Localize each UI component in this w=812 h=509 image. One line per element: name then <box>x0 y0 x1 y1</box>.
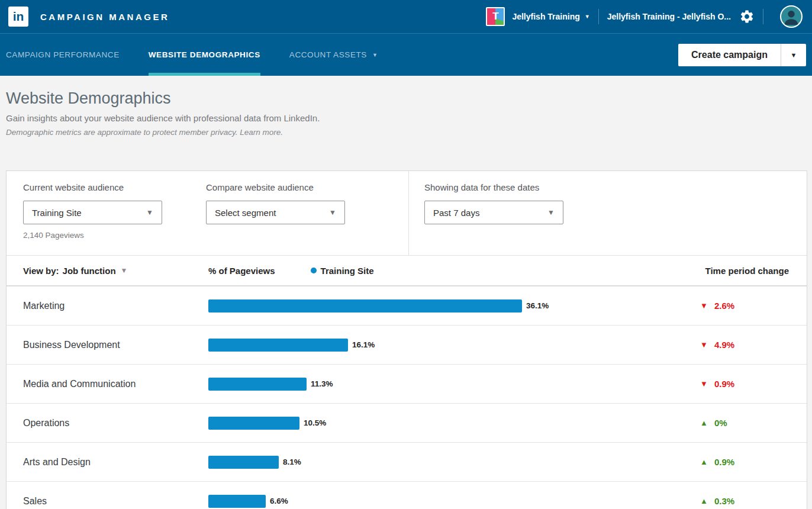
row-value: 16.1% <box>352 340 375 349</box>
table-row: Operations 10.5% ▲ 0% <box>7 404 807 443</box>
row-change: ▼ 4.9% <box>700 340 789 350</box>
date-range-select[interactable]: Past 7 days ▼ <box>424 201 563 224</box>
top-header: in CAMPAIGN MANAGER T Jellyfish Training… <box>0 0 812 33</box>
row-value: 6.6% <box>270 497 288 505</box>
privacy-note-text: Demographic metrics are approximate to p… <box>6 128 237 137</box>
table-row: Arts and Design 8.1% ▲ 0.9% <box>7 443 807 482</box>
compare-audience-group: Compare website audience Select segment … <box>189 171 345 255</box>
row-bar[interactable] <box>208 456 279 469</box>
bar-area: 10.5% <box>208 417 700 430</box>
row-value: 10.5% <box>304 418 326 427</box>
trend-icon: ▼ <box>700 301 708 310</box>
row-bar[interactable] <box>208 417 299 430</box>
tab-label: CAMPAIGN PERFORMANCE <box>6 50 120 59</box>
tab-account-assets[interactable]: ACCOUNT ASSETS ▼ <box>289 34 378 76</box>
bar-area: 8.1% <box>208 456 700 469</box>
current-audience-label: Current website audience <box>23 182 189 192</box>
row-bar[interactable] <box>208 299 522 313</box>
compare-audience-label: Compare website audience <box>206 182 345 192</box>
chevron-down-icon[interactable]: ▼ <box>585 14 590 20</box>
header-divider <box>598 9 599 24</box>
change-value: 4.9% <box>714 340 734 350</box>
row-change: ▲ 0.9% <box>700 457 789 467</box>
change-value: 0.3% <box>714 496 734 506</box>
table-row: Sales 6.6% ▲ 0.3% <box>7 482 807 509</box>
tab-website-demographics[interactable]: WEBSITE DEMOGRAPHICS <box>149 34 260 76</box>
learn-more-link[interactable]: Learn more. <box>240 128 283 137</box>
chevron-down-icon: ▼ <box>372 52 378 58</box>
account-context-label[interactable]: Jellyfish Training - Jellyfish O... <box>607 12 731 21</box>
row-change: ▼ 2.6% <box>700 301 789 311</box>
table-row: Marketing 36.1% ▼ 2.6% <box>7 286 807 326</box>
chevron-down-icon: ▼ <box>121 266 128 275</box>
current-audience-value: Training Site <box>32 208 82 218</box>
change-value: 0.9% <box>714 379 734 389</box>
row-value: 36.1% <box>526 301 549 310</box>
row-bar[interactable] <box>208 339 348 352</box>
trend-icon: ▲ <box>700 458 708 466</box>
trend-icon: ▼ <box>700 340 708 349</box>
trend-icon: ▼ <box>700 379 708 388</box>
change-value: 0.9% <box>714 457 734 467</box>
chevron-down-icon: ▼ <box>146 208 153 217</box>
row-label: Media and Communication <box>7 379 208 389</box>
tab-navigation: CAMPAIGN PERFORMANCE WEBSITE DEMOGRAPHIC… <box>0 33 812 76</box>
view-by-value: Job function <box>63 266 116 276</box>
privacy-note: Demographic metrics are approximate to p… <box>6 128 812 137</box>
date-range-value: Past 7 days <box>433 208 479 218</box>
header-divider <box>763 9 763 24</box>
trend-icon: ▲ <box>700 497 708 505</box>
table-row: Media and Communication 11.3% ▼ 0.9% <box>7 365 807 404</box>
create-campaign-split-button: Create campaign ▼ <box>678 44 806 66</box>
page-subtitle: Gain insights about your website audienc… <box>6 113 812 123</box>
row-change: ▲ 0% <box>700 418 789 428</box>
page-title: Website Demographics <box>6 89 812 108</box>
current-audience-select[interactable]: Training Site ▼ <box>23 201 162 224</box>
bar-area: 11.3% <box>208 378 700 391</box>
table-header: View by: Job function ▼ % of Pageviews T… <box>7 256 807 286</box>
row-value: 11.3% <box>311 379 333 388</box>
table-row: Business Development 16.1% ▼ 4.9% <box>7 326 807 365</box>
user-avatar[interactable] <box>780 5 803 28</box>
row-bar[interactable] <box>208 378 307 391</box>
bar-area: 16.1% <box>208 339 700 352</box>
row-change: ▲ 0.3% <box>700 496 789 506</box>
row-label: Business Development <box>7 340 208 350</box>
column-header-change: Time period change <box>705 266 789 276</box>
row-label: Arts and Design <box>7 457 208 468</box>
chevron-down-icon: ▼ <box>547 208 555 217</box>
row-bar[interactable] <box>208 495 266 508</box>
create-campaign-dropdown[interactable]: ▼ <box>781 44 806 66</box>
linkedin-logo-icon[interactable]: in <box>8 7 28 27</box>
row-label: Operations <box>7 418 208 429</box>
date-filter-group: Showing data for these dates Past 7 days… <box>409 171 563 255</box>
column-header-pageviews: % of Pageviews <box>208 266 275 276</box>
demographics-card: Current website audience Training Site ▼… <box>6 170 807 509</box>
settings-gear-icon[interactable] <box>739 9 755 24</box>
demographics-rows: Marketing 36.1% ▼ 2.6% Business Developm… <box>7 286 807 509</box>
trend-icon: ▲ <box>700 418 708 427</box>
current-audience-group: Current website audience Training Site ▼… <box>7 171 189 255</box>
account-logo-icon: T <box>486 7 505 26</box>
date-range-label: Showing data for these dates <box>424 182 563 192</box>
audience-filters: Current website audience Training Site ▼… <box>7 171 409 255</box>
tab-label: ACCOUNT ASSETS <box>289 50 367 59</box>
legend-label: Training Site <box>321 266 374 276</box>
row-change: ▼ 0.9% <box>700 379 789 389</box>
row-value: 8.1% <box>283 458 301 466</box>
compare-audience-select[interactable]: Select segment ▼ <box>206 201 345 224</box>
change-value: 2.6% <box>714 301 734 311</box>
series-legend: Training Site <box>311 266 374 276</box>
create-campaign-button[interactable]: Create campaign <box>678 44 781 66</box>
account-switcher[interactable]: Jellyfish Training <box>512 12 579 21</box>
compare-audience-value: Select segment <box>215 208 276 218</box>
brand-title: CAMPAIGN MANAGER <box>40 12 169 22</box>
view-by-label: View by: <box>23 266 59 276</box>
pageviews-count: 2,140 Pageviews <box>23 231 189 240</box>
row-label: Sales <box>7 496 208 507</box>
view-by-dropdown[interactable]: View by: Job function ▼ <box>7 266 208 276</box>
chevron-down-icon: ▼ <box>329 208 336 217</box>
bar-area: 36.1% <box>208 299 700 313</box>
tab-campaign-performance[interactable]: CAMPAIGN PERFORMANCE <box>6 34 120 76</box>
header-right-group: T Jellyfish Training ▼ Jellyfish Trainin… <box>486 5 803 28</box>
